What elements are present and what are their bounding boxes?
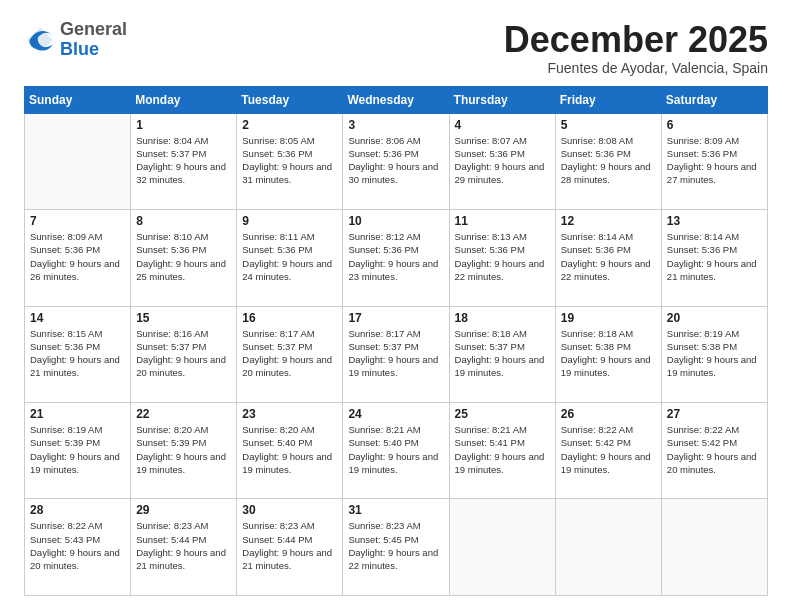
- logo-general: General: [60, 19, 127, 39]
- day-info: Sunrise: 8:17 AM Sunset: 5:37 PM Dayligh…: [242, 327, 337, 380]
- day-cell: 5Sunrise: 8:08 AM Sunset: 5:36 PM Daylig…: [555, 113, 661, 209]
- day-number: 19: [561, 311, 656, 325]
- day-cell: 18Sunrise: 8:18 AM Sunset: 5:37 PM Dayli…: [449, 306, 555, 402]
- header: General Blue December 2025 Fuentes de Ay…: [24, 20, 768, 76]
- day-cell: 23Sunrise: 8:20 AM Sunset: 5:40 PM Dayli…: [237, 403, 343, 499]
- day-info: Sunrise: 8:13 AM Sunset: 5:36 PM Dayligh…: [455, 230, 550, 283]
- week-row-4: 28Sunrise: 8:22 AM Sunset: 5:43 PM Dayli…: [25, 499, 768, 596]
- day-number: 2: [242, 118, 337, 132]
- day-number: 16: [242, 311, 337, 325]
- day-info: Sunrise: 8:11 AM Sunset: 5:36 PM Dayligh…: [242, 230, 337, 283]
- day-number: 30: [242, 503, 337, 517]
- month-title: December 2025: [504, 20, 768, 60]
- day-info: Sunrise: 8:07 AM Sunset: 5:36 PM Dayligh…: [455, 134, 550, 187]
- day-cell: 26Sunrise: 8:22 AM Sunset: 5:42 PM Dayli…: [555, 403, 661, 499]
- day-cell: 9Sunrise: 8:11 AM Sunset: 5:36 PM Daylig…: [237, 210, 343, 306]
- day-number: 4: [455, 118, 550, 132]
- day-cell: 2Sunrise: 8:05 AM Sunset: 5:36 PM Daylig…: [237, 113, 343, 209]
- subtitle: Fuentes de Ayodar, Valencia, Spain: [504, 60, 768, 76]
- day-cell: 4Sunrise: 8:07 AM Sunset: 5:36 PM Daylig…: [449, 113, 555, 209]
- day-info: Sunrise: 8:10 AM Sunset: 5:36 PM Dayligh…: [136, 230, 231, 283]
- day-number: 26: [561, 407, 656, 421]
- day-cell: 24Sunrise: 8:21 AM Sunset: 5:40 PM Dayli…: [343, 403, 449, 499]
- day-info: Sunrise: 8:08 AM Sunset: 5:36 PM Dayligh…: [561, 134, 656, 187]
- logo-text: General Blue: [60, 20, 127, 60]
- day-info: Sunrise: 8:23 AM Sunset: 5:44 PM Dayligh…: [242, 519, 337, 572]
- day-number: 7: [30, 214, 125, 228]
- day-number: 20: [667, 311, 762, 325]
- header-thursday: Thursday: [449, 86, 555, 113]
- day-cell: 7Sunrise: 8:09 AM Sunset: 5:36 PM Daylig…: [25, 210, 131, 306]
- day-number: 9: [242, 214, 337, 228]
- day-number: 25: [455, 407, 550, 421]
- logo: General Blue: [24, 20, 127, 60]
- week-row-3: 21Sunrise: 8:19 AM Sunset: 5:39 PM Dayli…: [25, 403, 768, 499]
- day-number: 18: [455, 311, 550, 325]
- week-row-0: 1Sunrise: 8:04 AM Sunset: 5:37 PM Daylig…: [25, 113, 768, 209]
- day-number: 8: [136, 214, 231, 228]
- day-cell: 14Sunrise: 8:15 AM Sunset: 5:36 PM Dayli…: [25, 306, 131, 402]
- day-info: Sunrise: 8:09 AM Sunset: 5:36 PM Dayligh…: [30, 230, 125, 283]
- day-number: 13: [667, 214, 762, 228]
- day-info: Sunrise: 8:20 AM Sunset: 5:40 PM Dayligh…: [242, 423, 337, 476]
- day-info: Sunrise: 8:04 AM Sunset: 5:37 PM Dayligh…: [136, 134, 231, 187]
- day-cell: 17Sunrise: 8:17 AM Sunset: 5:37 PM Dayli…: [343, 306, 449, 402]
- day-info: Sunrise: 8:12 AM Sunset: 5:36 PM Dayligh…: [348, 230, 443, 283]
- day-cell: 21Sunrise: 8:19 AM Sunset: 5:39 PM Dayli…: [25, 403, 131, 499]
- day-cell: 16Sunrise: 8:17 AM Sunset: 5:37 PM Dayli…: [237, 306, 343, 402]
- day-info: Sunrise: 8:21 AM Sunset: 5:40 PM Dayligh…: [348, 423, 443, 476]
- day-cell: 8Sunrise: 8:10 AM Sunset: 5:36 PM Daylig…: [131, 210, 237, 306]
- day-cell: 1Sunrise: 8:04 AM Sunset: 5:37 PM Daylig…: [131, 113, 237, 209]
- day-info: Sunrise: 8:18 AM Sunset: 5:38 PM Dayligh…: [561, 327, 656, 380]
- day-cell: 15Sunrise: 8:16 AM Sunset: 5:37 PM Dayli…: [131, 306, 237, 402]
- day-number: 31: [348, 503, 443, 517]
- day-info: Sunrise: 8:05 AM Sunset: 5:36 PM Dayligh…: [242, 134, 337, 187]
- day-cell: 28Sunrise: 8:22 AM Sunset: 5:43 PM Dayli…: [25, 499, 131, 596]
- day-cell: 29Sunrise: 8:23 AM Sunset: 5:44 PM Dayli…: [131, 499, 237, 596]
- day-cell: 30Sunrise: 8:23 AM Sunset: 5:44 PM Dayli…: [237, 499, 343, 596]
- day-info: Sunrise: 8:17 AM Sunset: 5:37 PM Dayligh…: [348, 327, 443, 380]
- day-cell: [661, 499, 767, 596]
- day-number: 29: [136, 503, 231, 517]
- header-saturday: Saturday: [661, 86, 767, 113]
- day-number: 15: [136, 311, 231, 325]
- day-cell: 25Sunrise: 8:21 AM Sunset: 5:41 PM Dayli…: [449, 403, 555, 499]
- day-number: 5: [561, 118, 656, 132]
- day-cell: 13Sunrise: 8:14 AM Sunset: 5:36 PM Dayli…: [661, 210, 767, 306]
- day-cell: 10Sunrise: 8:12 AM Sunset: 5:36 PM Dayli…: [343, 210, 449, 306]
- day-info: Sunrise: 8:22 AM Sunset: 5:42 PM Dayligh…: [667, 423, 762, 476]
- day-number: 28: [30, 503, 125, 517]
- calendar: Sunday Monday Tuesday Wednesday Thursday…: [24, 86, 768, 596]
- day-info: Sunrise: 8:23 AM Sunset: 5:44 PM Dayligh…: [136, 519, 231, 572]
- day-info: Sunrise: 8:14 AM Sunset: 5:36 PM Dayligh…: [561, 230, 656, 283]
- day-cell: 11Sunrise: 8:13 AM Sunset: 5:36 PM Dayli…: [449, 210, 555, 306]
- day-number: 10: [348, 214, 443, 228]
- day-number: 23: [242, 407, 337, 421]
- day-cell: [25, 113, 131, 209]
- day-number: 21: [30, 407, 125, 421]
- week-row-1: 7Sunrise: 8:09 AM Sunset: 5:36 PM Daylig…: [25, 210, 768, 306]
- header-monday: Monday: [131, 86, 237, 113]
- day-info: Sunrise: 8:19 AM Sunset: 5:38 PM Dayligh…: [667, 327, 762, 380]
- day-number: 1: [136, 118, 231, 132]
- day-number: 22: [136, 407, 231, 421]
- day-info: Sunrise: 8:19 AM Sunset: 5:39 PM Dayligh…: [30, 423, 125, 476]
- logo-blue: Blue: [60, 39, 99, 59]
- header-wednesday: Wednesday: [343, 86, 449, 113]
- day-cell: [449, 499, 555, 596]
- day-info: Sunrise: 8:22 AM Sunset: 5:43 PM Dayligh…: [30, 519, 125, 572]
- day-cell: 31Sunrise: 8:23 AM Sunset: 5:45 PM Dayli…: [343, 499, 449, 596]
- day-info: Sunrise: 8:18 AM Sunset: 5:37 PM Dayligh…: [455, 327, 550, 380]
- day-cell: 12Sunrise: 8:14 AM Sunset: 5:36 PM Dayli…: [555, 210, 661, 306]
- day-info: Sunrise: 8:16 AM Sunset: 5:37 PM Dayligh…: [136, 327, 231, 380]
- title-block: December 2025 Fuentes de Ayodar, Valenci…: [504, 20, 768, 76]
- header-friday: Friday: [555, 86, 661, 113]
- day-number: 6: [667, 118, 762, 132]
- day-cell: [555, 499, 661, 596]
- week-row-2: 14Sunrise: 8:15 AM Sunset: 5:36 PM Dayli…: [25, 306, 768, 402]
- day-info: Sunrise: 8:06 AM Sunset: 5:36 PM Dayligh…: [348, 134, 443, 187]
- day-cell: 6Sunrise: 8:09 AM Sunset: 5:36 PM Daylig…: [661, 113, 767, 209]
- day-number: 11: [455, 214, 550, 228]
- day-cell: 27Sunrise: 8:22 AM Sunset: 5:42 PM Dayli…: [661, 403, 767, 499]
- day-info: Sunrise: 8:23 AM Sunset: 5:45 PM Dayligh…: [348, 519, 443, 572]
